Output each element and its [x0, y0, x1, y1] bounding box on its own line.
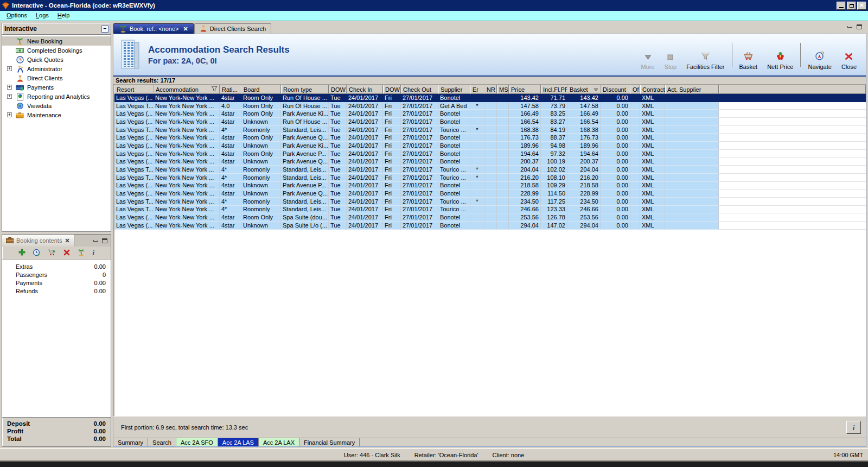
restore-button[interactable] [847, 2, 856, 10]
tab-direct-clients-search[interactable]: Direct Clients Search [194, 23, 271, 34]
sidebar-item-direct-clients[interactable]: Direct Clients [2, 73, 111, 83]
sidebar-item-quick-quotes[interactable]: Quick Quotes [2, 55, 111, 64]
expand-icon[interactable]: + [7, 66, 12, 71]
table-row[interactable]: Las Vegas (...New York-New York ...4star… [114, 118, 866, 126]
menu-item-logs[interactable]: Logs [31, 11, 53, 20]
minimize-button[interactable] [837, 2, 846, 10]
nett-price-button[interactable]: Nett Price [762, 40, 798, 70]
close-button[interactable]: ✕ [857, 2, 866, 10]
table-row[interactable]: Las Vegas (...New York-New York ...4star… [114, 213, 866, 222]
filter-funnel-icon[interactable] [211, 86, 218, 93]
close-button[interactable]: Close [837, 40, 861, 70]
sidebar-item-administrator[interactable]: +Administrator [2, 64, 111, 73]
table-row[interactable]: Las Vegas T...New York New York ...4*Roo… [114, 198, 866, 206]
col-header-board[interactable]: Board [241, 85, 281, 94]
refresh-icon[interactable] [33, 249, 41, 257]
col-header-basket[interactable]: Basket [567, 85, 601, 94]
table-row[interactable]: Las Vegas (...New York-New York ...4star… [114, 222, 866, 230]
money-icon [15, 47, 24, 54]
add-icon[interactable] [18, 249, 25, 257]
cell-price: 253.56 [509, 213, 541, 222]
table-row[interactable]: Las Vegas (...New York-New York ...4star… [114, 182, 866, 190]
col-header-resort[interactable]: Resort [114, 85, 154, 94]
menu-item-options[interactable]: Options [2, 11, 31, 20]
sidebar-item-payments[interactable]: +$Payments [2, 83, 111, 92]
facilities-filter-button[interactable]: Facilities Filter [681, 40, 729, 70]
sidebar-item-maintenance[interactable]: +Maintenance [2, 110, 111, 119]
navigate-button[interactable]: Navigate [803, 40, 836, 70]
expand-icon[interactable]: + [7, 85, 12, 90]
col-header-dow[interactable]: DOW [329, 85, 347, 94]
col-header-check-in[interactable]: Check In [347, 85, 383, 94]
cell-accommodation: New York-New York ... [154, 150, 220, 158]
col-header-rati[interactable]: Rati... [220, 85, 241, 94]
col-header-contract[interactable]: Contract [640, 85, 665, 94]
basket-icon [743, 52, 754, 61]
tab-book-ref-none[interactable]: Book. ref.: <none>✕ [113, 23, 194, 34]
bottom-tab-financial-summary[interactable]: Financial Summary [299, 438, 360, 446]
basket-button[interactable]: Basket [735, 40, 763, 70]
col-header-er[interactable]: Er [470, 85, 484, 94]
table-row[interactable]: Las Vegas (...New York-New York ...4star… [114, 150, 866, 158]
delete-icon[interactable] [63, 249, 70, 257]
bottom-tab-search[interactable]: Search [148, 438, 176, 446]
booking-contents-tab[interactable]: Booking contents ✕ [2, 235, 74, 247]
tab-close-icon[interactable]: ✕ [183, 26, 188, 33]
cell-contract: XML [640, 222, 665, 230]
info-button[interactable]: i [846, 421, 861, 434]
more-button[interactable]: More [636, 40, 660, 70]
panel-minimize-icon[interactable] [93, 240, 98, 242]
doc-maximize-icon[interactable] [857, 24, 862, 29]
booking-contents-close-icon[interactable]: ✕ [65, 237, 69, 244]
table-row[interactable]: Las Vegas (...New York-New York ...4star… [114, 110, 866, 118]
col-header-ms[interactable]: MS [497, 85, 509, 94]
col-header-nr[interactable]: NR [484, 85, 497, 94]
collapse-panel-button[interactable]: − [101, 26, 108, 33]
cell-of [630, 222, 640, 230]
bottom-tab-acc-2a-sfo[interactable]: Acc 2A SFO [176, 438, 218, 446]
table-row[interactable]: Las Vegas (...New York-New York ...4star… [114, 142, 866, 150]
sidebar-item-reporting-and-analytics[interactable]: +Reporting and Analytics [2, 92, 111, 101]
col-header-discount[interactable]: Discount [601, 85, 630, 94]
col-header-price[interactable]: Price [509, 85, 541, 94]
col-header-accommodation[interactable]: Accommodation [154, 85, 220, 94]
statusbar-user: User: 446 - Clark Silk [344, 452, 400, 458]
sidebar-item-new-booking[interactable]: New Booking [2, 36, 111, 46]
col-header-act-supplier[interactable]: Act. Supplier [665, 85, 719, 94]
table-row[interactable]: Las Vegas (...New York-New York ...4star… [114, 158, 866, 166]
bottom-tab-acc-2a-lax[interactable]: Acc 2A LAX [259, 438, 299, 446]
bottom-tab-acc-2a-las[interactable]: Acc 2A LAS [218, 438, 259, 446]
cell-act-supplier [665, 142, 719, 150]
bottom-tab-summary[interactable]: Summary [113, 438, 148, 446]
cartarrow-icon[interactable] [48, 249, 56, 257]
table-row[interactable]: Las Vegas (...New York-New York ...4star… [114, 134, 866, 142]
sidebar-item-viewdata[interactable]: Viewdata [2, 101, 111, 110]
cell-act-supplier [665, 198, 719, 206]
col-header-dow[interactable]: DOW [383, 85, 401, 94]
col-header-check-out[interactable]: Check Out [401, 85, 438, 94]
col-header-incl-fl-pp[interactable]: Incl.Fl.PP [541, 85, 567, 94]
col-header-supplier[interactable]: Supplier [438, 85, 470, 94]
cell-resort: Las Vegas T... [114, 126, 154, 134]
table-row[interactable]: Las Vegas (...New York-New York ...4star… [114, 190, 866, 198]
sidebar-item-completed-bookings[interactable]: Completed Bookings [2, 46, 111, 55]
expand-icon[interactable]: + [7, 112, 12, 117]
info-icon[interactable]: i [92, 249, 94, 256]
stop-button[interactable]: Stop [660, 40, 682, 70]
cell-check-out: 27/01/2017 [401, 118, 438, 126]
col-header-of[interactable]: Of [630, 85, 640, 94]
cell-ms [497, 206, 509, 214]
menu-item-help[interactable]: Help [53, 11, 74, 20]
panel-maximize-icon[interactable] [102, 238, 107, 243]
palm-icon[interactable] [77, 248, 85, 257]
table-row[interactable]: Las Vegas T...New York New York ...4*Roo… [114, 126, 866, 134]
table-row[interactable]: Las Vegas T...New York New York ...4.0Ro… [114, 102, 866, 110]
table-row[interactable]: Las Vegas T...New York New York ...4*Roo… [114, 166, 866, 174]
doc-minimize-icon[interactable] [847, 26, 852, 28]
col-header-room-type[interactable]: Room type [281, 85, 329, 94]
table-row[interactable]: Las Vegas T...New York New York ...4*Roo… [114, 174, 866, 182]
toolbar-button-label: More [641, 64, 655, 70]
expand-icon[interactable]: + [7, 94, 12, 99]
table-row[interactable]: Las Vegas T...New York New York ...4*Roo… [114, 206, 866, 214]
table-row[interactable]: Las Vegas (...New York-New York ...4star… [114, 94, 866, 102]
